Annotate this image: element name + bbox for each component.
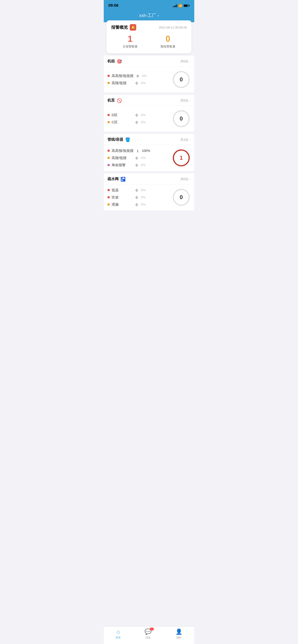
- pre-alert-label: 预报警数量: [160, 44, 175, 49]
- red-dot: [107, 114, 110, 116]
- machine-group-title: 机组: [107, 59, 115, 64]
- machine-group-title-group: 机组 🎯: [107, 59, 122, 64]
- status-bar: 09:06 📶: [104, 0, 194, 10]
- drain-valve-chevron: ›: [189, 177, 191, 181]
- pipeline-title-group: 管线/容器 🪣: [107, 137, 130, 142]
- pre-alert-stat: 0 预报警数量: [160, 34, 175, 49]
- machine-group-icon: 🎯: [117, 59, 122, 64]
- wifi-icon: 📶: [178, 4, 182, 8]
- drain-valve-count: 共0台 ›: [180, 177, 191, 181]
- scroll-area: 报警概览 🔔 2021-06-11 09:06:26 1 主报警数量 0 预报警…: [104, 20, 194, 231]
- pipeline-header[interactable]: 管线/容器 🪣 共1台 ›: [104, 134, 194, 145]
- pump-alert-list: D区 0 0% C区 0 0%: [107, 113, 169, 124]
- alert-row: 寿命报警 0 0%: [107, 163, 169, 168]
- alert-row: 高高报/低低报 0 0%: [107, 74, 169, 78]
- section-machine-group: 机组 🎯 共0台 › 高高报/低低报 0 0% 高报/低报 0: [104, 56, 194, 92]
- alert-row: 泄漏 0 0%: [107, 202, 169, 207]
- overview-header: 报警概览 🔔 2021-06-11 09:06:26: [111, 24, 187, 30]
- pipeline-body: 高高报/低低报 1 100% 高报/低报 0 0% 寿命报警 0 0%: [104, 145, 194, 171]
- red-dot: [107, 196, 110, 198]
- machine-group-body: 高高报/低低报 0 0% 高报/低报 0 0% 0: [104, 66, 194, 92]
- battery-icon: [184, 4, 190, 7]
- orange-dot: [107, 121, 110, 123]
- alert-row: 高报/低报 0 0%: [107, 81, 169, 85]
- red-dot: [107, 189, 110, 191]
- nav-title: xxh-工厂: [139, 12, 156, 18]
- overview-title-group: 报警概览 🔔: [111, 24, 136, 30]
- drain-valve-title: 疏水阀: [107, 177, 119, 182]
- drain-valve-body: 低温 0 0% 吹放 0 0% 泄漏 0 0%: [104, 184, 194, 210]
- main-alert-stat: 1 主报警数量: [123, 34, 138, 49]
- pipeline-icon: 🪣: [125, 137, 130, 142]
- overview-title: 报警概览: [111, 24, 128, 30]
- red-dot: [107, 75, 110, 77]
- pink-dot: [107, 164, 110, 166]
- alert-bell-icon: 🔔: [130, 24, 136, 30]
- pump-header[interactable]: 机泵 🚫 共0台 ›: [104, 95, 194, 106]
- alert-row: 高报/低报 0 0%: [107, 156, 169, 160]
- drain-valve-icon: 🚰: [120, 177, 126, 182]
- machine-group-circle: 0: [172, 70, 191, 89]
- section-pipeline: 管线/容器 🪣 共1台 › 高高报/低低报 1 100% 高报/低报 0: [104, 134, 194, 171]
- alert-row: D区 0 0%: [107, 113, 169, 117]
- overview-card: 报警概览 🔔 2021-06-11 09:06:26 1 主报警数量 0 预报警…: [107, 20, 191, 53]
- alert-row: 高高报/低低报 1 100%: [107, 148, 169, 153]
- alert-row: 低温 0 0%: [107, 188, 169, 192]
- pre-alert-count: 0: [160, 34, 175, 44]
- orange-dot: [107, 157, 110, 159]
- orange-dot: [107, 82, 110, 84]
- pipeline-alert-list: 高高报/低低报 1 100% 高报/低报 0 0% 寿命报警 0 0%: [107, 148, 169, 168]
- pump-title-group: 机泵 🚫: [107, 98, 122, 103]
- signal-icon: [173, 4, 177, 7]
- pump-chevron: ›: [189, 99, 191, 102]
- drain-valve-title-group: 疏水阀 🚰: [107, 177, 126, 182]
- pump-count: 共0台 ›: [180, 98, 191, 103]
- pipeline-chevron: ›: [189, 138, 191, 142]
- pump-title: 机泵: [107, 98, 115, 103]
- pipeline-title: 管线/容器: [107, 137, 123, 142]
- machine-group-header[interactable]: 机组 🎯 共0台 ›: [104, 56, 194, 66]
- main-alert-count: 1: [123, 34, 138, 44]
- nav-chevron[interactable]: ›: [158, 14, 159, 18]
- drain-valve-header[interactable]: 疏水阀 🚰 共0台 ›: [104, 174, 194, 184]
- drain-valve-alert-list: 低温 0 0% 吹放 0 0% 泄漏 0 0%: [107, 188, 169, 207]
- section-drain-valve: 疏水阀 🚰 共0台 › 低温 0 0% 吹放 0 0%: [104, 174, 194, 210]
- pump-circle: 0: [172, 110, 191, 128]
- section-pump: 机泵 🚫 共0台 › D区 0 0% C区 0 0%: [104, 95, 194, 132]
- alert-row: 吹放 0 0%: [107, 195, 169, 200]
- pipeline-circle: 1: [172, 148, 191, 167]
- status-icons: 📶: [173, 4, 190, 8]
- main-alert-label: 主报警数量: [123, 44, 138, 49]
- pump-icon: 🚫: [117, 98, 122, 103]
- overview-datetime: 2021-06-11 09:06:26: [159, 26, 187, 29]
- red-dot: [107, 150, 110, 152]
- alert-row: C区 0 0%: [107, 120, 169, 124]
- machine-group-count: 共0台 ›: [180, 59, 191, 64]
- machine-group-alert-list: 高高报/低低报 0 0% 高报/低报 0 0%: [107, 74, 169, 85]
- orange-dot: [107, 203, 110, 206]
- pump-body: D区 0 0% C区 0 0% 0: [104, 106, 194, 132]
- status-time: 09:06: [108, 3, 118, 8]
- pipeline-count: 共1台 ›: [180, 138, 191, 142]
- drain-valve-circle: 0: [172, 188, 191, 206]
- machine-group-chevron: ›: [189, 60, 191, 63]
- overview-stats: 1 主报警数量 0 预报警数量: [111, 34, 187, 49]
